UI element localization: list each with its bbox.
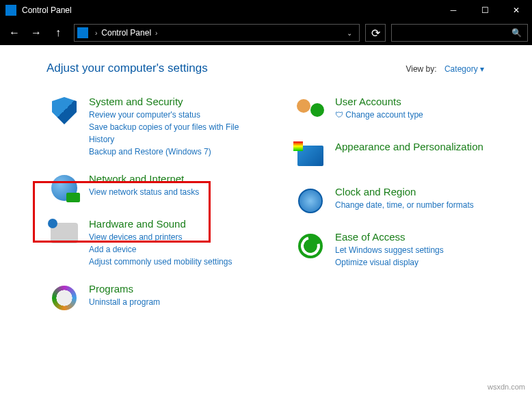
category-link[interactable]: Backup and Restore (Windows 7) <box>89 146 263 158</box>
maximize-button[interactable]: ☐ <box>469 0 501 21</box>
breadcrumb-icon <box>77 27 88 38</box>
category-ease-of-access: Ease of Access Let Windows suggest setti… <box>293 230 511 270</box>
category-link[interactable]: Add a device <box>89 243 232 256</box>
category-link[interactable]: View devices and printers <box>89 231 232 243</box>
category-title[interactable]: Network and Internet <box>89 173 199 185</box>
category-link[interactable]: Change date, time, or number formats <box>335 199 474 211</box>
category-link[interactable]: Review your computer's status <box>89 109 263 121</box>
printer-icon <box>49 218 79 248</box>
category-appearance: Appearance and Personalization <box>293 139 511 172</box>
view-by: View by: Category ▾ <box>405 64 484 74</box>
category-title[interactable]: Hardware and Sound <box>89 218 232 230</box>
category-hardware-sound: Hardware and Sound View devices and prin… <box>46 217 265 269</box>
category-title[interactable]: Programs <box>89 283 160 295</box>
disc-icon <box>49 283 79 313</box>
globe-icon <box>49 173 79 203</box>
app-icon <box>5 5 16 16</box>
category-user-accounts: User Accounts 🛡 Change account type <box>293 94 511 127</box>
category-title[interactable]: Clock and Region <box>335 186 474 198</box>
shield-icon <box>49 96 79 126</box>
category-link[interactable]: Optimize visual display <box>335 256 444 269</box>
close-button[interactable]: ✕ <box>501 0 532 21</box>
address-bar[interactable]: › Control Panel › ⌄ <box>74 24 360 42</box>
category-clock-region: Clock and Region Change date, time, or n… <box>293 185 511 217</box>
category-title[interactable]: Ease of Access <box>335 231 444 243</box>
category-link[interactable]: Let Windows suggest settings <box>335 244 444 256</box>
chevron-right-icon[interactable]: › <box>95 29 97 37</box>
category-link[interactable]: Uninstall a program <box>89 296 160 308</box>
category-title[interactable]: Appearance and Personalization <box>335 141 483 152</box>
view-by-dropdown[interactable]: Category ▾ <box>444 64 484 74</box>
ease-icon <box>295 231 325 261</box>
chevron-right-icon[interactable]: › <box>155 29 157 37</box>
breadcrumb-root[interactable]: Control Panel <box>101 28 151 38</box>
category-link[interactable]: View network status and tasks <box>89 186 199 198</box>
clock-icon <box>295 186 325 216</box>
left-column: System and Security Review your computer… <box>46 94 265 327</box>
back-button[interactable]: ← <box>4 23 25 43</box>
refresh-button[interactable]: ⟳ <box>365 24 386 42</box>
category-system-security: System and Security Review your computer… <box>46 94 265 159</box>
up-button[interactable]: ↑ <box>48 23 68 43</box>
category-link[interactable]: Save backup copies of your files with Fi… <box>89 121 263 146</box>
content-area: Adjust your computer's settings View by:… <box>0 45 532 395</box>
monitor-icon <box>295 141 325 171</box>
nav-bar: ← → ↑ › Control Panel › ⌄ ⟳ 🔍 <box>0 21 532 45</box>
view-by-label: View by: <box>405 64 436 74</box>
right-column: User Accounts 🛡 Change account type Appe… <box>293 94 511 327</box>
category-link[interactable]: 🛡 Change account type <box>335 109 423 121</box>
title-bar: Control Panel ─ ☐ ✕ <box>0 0 532 21</box>
forward-button[interactable]: → <box>26 23 46 43</box>
window-title: Control Panel <box>22 5 438 15</box>
search-input[interactable]: 🔍 <box>391 24 528 42</box>
users-icon <box>295 96 325 126</box>
category-title[interactable]: User Accounts <box>335 96 423 107</box>
minimize-button[interactable]: ─ <box>438 0 469 21</box>
chevron-down-icon[interactable]: ⌄ <box>343 29 356 37</box>
category-link[interactable]: Adjust commonly used mobility settings <box>89 256 232 268</box>
watermark: wsxdn.com <box>488 383 525 391</box>
category-title[interactable]: System and Security <box>89 96 263 107</box>
category-programs: Programs Uninstall a program <box>46 282 265 314</box>
category-network-internet: Network and Internet View network status… <box>46 172 265 204</box>
search-icon: 🔍 <box>511 28 522 38</box>
